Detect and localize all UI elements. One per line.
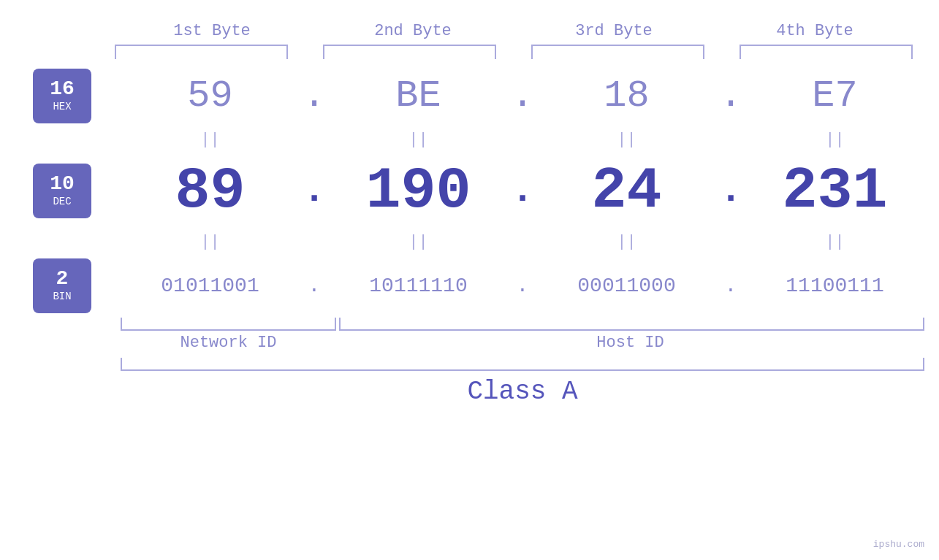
bin-row: 01011001 . 10111110 . 00011000 . 1110011… [121,256,924,315]
dec-byte-2: 190 [329,158,508,224]
eq1-3: || [537,131,716,149]
id-labels-row: Network ID Host ID [121,334,924,352]
hex-byte-2: BE [329,74,508,118]
top-bracket-1 [115,45,288,59]
hex-byte-1: 59 [121,74,300,118]
watermark: ipshu.com [873,539,924,550]
content-area: 16 HEX 10 DEC 2 BIN [0,66,939,407]
dec-byte-4: 231 [745,158,924,224]
hex-dot-2: . [508,74,537,118]
bin-badge: 2 BIN [33,258,91,313]
dec-dot-2: . [508,169,537,212]
hex-row: 59 . BE . 18 . E7 [121,66,924,125]
byte-label-2: 2nd Byte [313,22,514,40]
bin-dot-3: . [716,275,745,297]
eq2-1: || [121,233,300,251]
dec-badge: 10 DEC [33,164,91,218]
top-bracket-4 [740,45,913,59]
byte-label-3: 3rd Byte [514,22,715,40]
equals-row-2: || || || || [121,227,924,256]
bin-byte-2: 10111110 [329,275,508,297]
eq1-1: || [121,131,300,149]
bin-byte-3: 00011000 [537,275,716,297]
bottom-brackets [121,318,924,331]
hex-dot-1: . [300,74,329,118]
eq2-4: || [745,233,924,251]
hex-byte-3: 18 [537,74,716,118]
badges-column: 16 HEX 10 DEC 2 BIN [0,66,121,407]
eq2-2: || [329,233,508,251]
hex-dot-3: . [716,74,745,118]
eq1-4: || [745,131,924,149]
hex-badge: 16 HEX [33,69,91,123]
network-bracket [121,318,336,331]
byte-label-1: 1st Byte [112,22,313,40]
values-column: 59 . BE . 18 . E7 || || || || 89 [121,66,924,407]
dec-byte-1: 89 [121,158,300,224]
dec-dot-3: . [716,169,745,212]
host-bracket [339,318,924,331]
dec-dot-1: . [300,169,329,212]
byte-label-4: 4th Byte [715,22,916,40]
host-id-label: Host ID [336,334,924,352]
network-id-label: Network ID [121,334,336,352]
bin-byte-4: 11100111 [745,275,924,297]
class-label: Class A [121,377,924,407]
eq2-3: || [537,233,716,251]
top-bracket-2 [323,45,496,59]
equals-row-1: || || || || [121,125,924,154]
top-bracket-3 [531,45,704,59]
outer-bottom-bracket [121,358,924,371]
dec-row: 89 . 190 . 24 . 231 [121,154,924,227]
bin-dot-1: . [300,275,329,297]
hex-byte-4: E7 [745,74,924,118]
bin-byte-1: 01011001 [121,275,300,297]
main-container: 1st Byte 2nd Byte 3rd Byte 4th Byte 16 H… [0,0,939,560]
dec-byte-3: 24 [537,158,716,224]
bin-dot-2: . [508,275,537,297]
eq1-2: || [329,131,508,149]
